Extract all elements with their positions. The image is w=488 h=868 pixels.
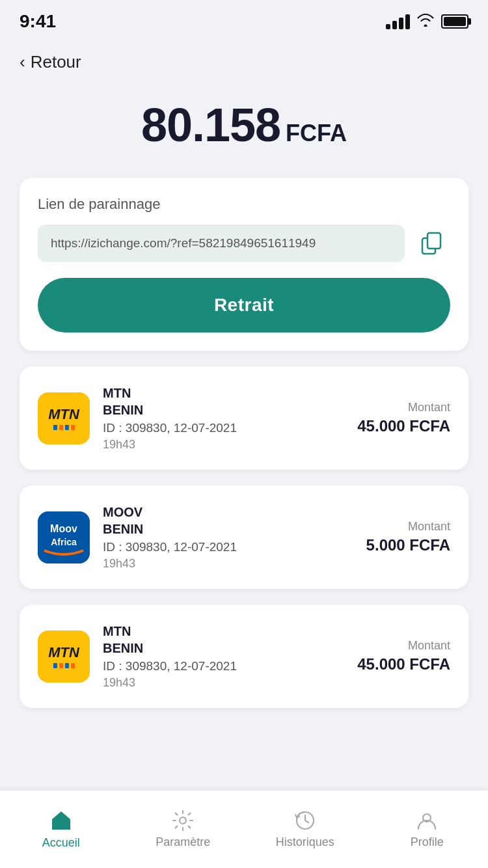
home-icon [49, 809, 73, 832]
nav-item-profile[interactable]: Profile [366, 809, 489, 849]
nav-item-home[interactable]: Accueil [0, 809, 122, 850]
moov-logo-1: Moov Africa [38, 511, 90, 563]
amount-currency: FCFA [286, 120, 347, 146]
tx-info-1: MOOVBENIN ID : 309830, 12-07-2021 19h43 [103, 504, 353, 571]
nav-item-settings[interactable]: Paramètre [122, 809, 245, 849]
tx-id-2: ID : 309830, 12-07-2021 [103, 659, 344, 673]
tx-montant-value-0: 45.000 FCFA [357, 417, 450, 435]
nav-label-history: Historiques [276, 835, 334, 849]
svg-text:Africa: Africa [51, 537, 77, 547]
back-label: Retour [31, 52, 81, 72]
tx-amount-0: Montant 45.000 FCFA [357, 401, 450, 435]
amount-value: 80.158 [141, 99, 280, 151]
tx-time-0: 19h43 [103, 438, 344, 452]
bottom-nav: Accueil Paramètre Historiques Profile [0, 790, 488, 868]
nav-label-home: Accueil [42, 836, 80, 850]
status-bar: 9:41 [0, 0, 488, 39]
transaction-card-1: Moov Africa MOOVBENIN ID : 309830, 12-07… [20, 485, 468, 589]
mtn-logo-2: MTN [38, 631, 90, 683]
copy-button[interactable] [414, 225, 450, 262]
back-chevron-icon: ‹ [20, 52, 25, 72]
signal-icon [386, 14, 410, 29]
tx-montant-value-1: 5.000 FCFA [366, 536, 450, 554]
tx-amount-2: Montant 45.000 FCFA [357, 639, 450, 673]
tx-provider-1: MOOVBENIN [103, 504, 353, 537]
tx-montant-label-2: Montant [357, 639, 450, 653]
tx-info-0: MTNBENIN ID : 309830, 12-07-2021 19h43 [103, 385, 344, 452]
tx-id-1: ID : 309830, 12-07-2021 [103, 540, 353, 554]
svg-point-6 [180, 817, 186, 824]
status-time: 9:41 [20, 11, 56, 32]
referral-input-row [38, 224, 450, 262]
mtn-logo-0: MTN [38, 392, 90, 444]
tx-time-1: 19h43 [103, 557, 353, 571]
wifi-icon [416, 12, 435, 31]
battery-icon [441, 14, 468, 29]
svg-rect-1 [427, 233, 441, 249]
amount-section: 80.158FCFA [0, 79, 488, 178]
status-icons [386, 12, 468, 31]
tx-time-2: 19h43 [103, 676, 344, 690]
transaction-card-0: MTN MTNBENIN ID : 309830, 12-07-2021 19h… [20, 366, 468, 470]
tx-montant-value-2: 45.000 FCFA [357, 655, 450, 673]
tx-info-2: MTNBENIN ID : 309830, 12-07-2021 19h43 [103, 623, 344, 690]
tx-provider-2: MTNBENIN [103, 623, 344, 657]
nav-label-settings: Paramètre [156, 835, 210, 849]
tx-id-0: ID : 309830, 12-07-2021 [103, 421, 344, 435]
referral-label: Lien de parainnage [38, 196, 450, 213]
nav-item-history[interactable]: Historiques [244, 809, 366, 849]
svg-text:Moov: Moov [50, 523, 77, 534]
svg-rect-5 [59, 824, 64, 830]
retrait-button[interactable]: Retrait [38, 278, 450, 332]
tx-montant-label-1: Montant [366, 520, 450, 534]
nav-label-profile: Profile [411, 835, 444, 849]
history-icon [294, 809, 316, 832]
referral-url-input[interactable] [38, 224, 405, 262]
tx-amount-1: Montant 5.000 FCFA [366, 520, 450, 554]
moov-logo-svg: Moov Africa [38, 511, 90, 563]
copy-icon [420, 231, 444, 256]
settings-icon [172, 809, 194, 832]
referral-card: Lien de parainnage Retrait [20, 178, 468, 351]
tx-provider-0: MTNBENIN [103, 385, 344, 418]
profile-icon [416, 809, 438, 832]
tx-montant-label-0: Montant [357, 401, 450, 414]
back-button[interactable]: ‹ Retour [0, 39, 488, 79]
transaction-card-2: MTN MTNBENIN ID : 309830, 12-07-2021 19h… [20, 604, 468, 708]
